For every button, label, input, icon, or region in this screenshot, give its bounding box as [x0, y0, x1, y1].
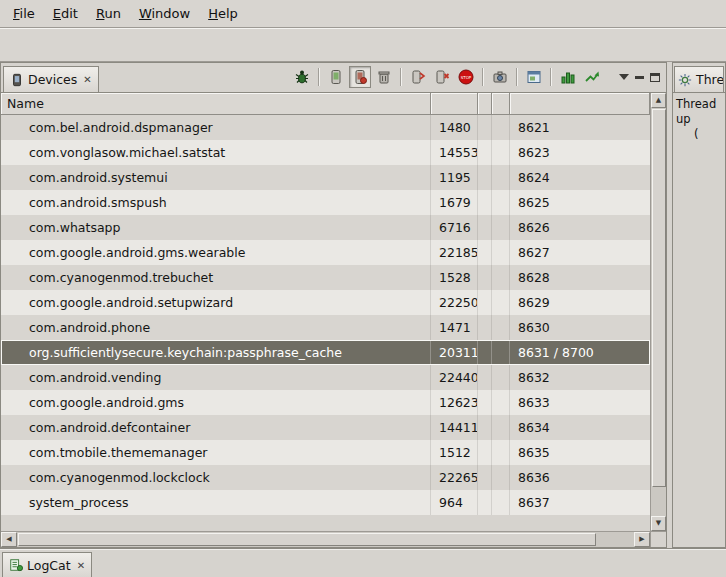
- process-pid: 22265: [431, 465, 478, 490]
- process-pid: 1679: [431, 190, 478, 215]
- menu-item-window[interactable]: Window: [130, 2, 199, 25]
- process-port: 8625: [510, 190, 650, 215]
- table-row[interactable]: system_process 964 8637: [1, 490, 650, 515]
- process-port: 8628: [510, 265, 650, 290]
- table-row-selected[interactable]: org.sufficientlysecure.keychain:passphra…: [1, 340, 650, 365]
- table-row[interactable]: com.android.smspush 1679 8625: [1, 190, 650, 215]
- method-profiling-icon[interactable]: [557, 66, 579, 88]
- table-row[interactable]: com.android.systemui 1195 8624: [1, 165, 650, 190]
- device-view-icon[interactable]: [523, 66, 545, 88]
- process-pid: 22185: [431, 240, 478, 265]
- process-port: 8621: [510, 115, 650, 140]
- process-pid: 1512: [431, 440, 478, 465]
- vertical-scrollbar[interactable]: ▲ ▼: [650, 93, 666, 531]
- maximize-icon[interactable]: [650, 73, 660, 82]
- process-port: 8627: [510, 240, 650, 265]
- process-name: com.android.defcontainer: [1, 415, 431, 440]
- table-row[interactable]: com.cyanogenmod.lockclock 22265 8636: [1, 465, 650, 490]
- process-name: com.google.android.setupwizard: [1, 290, 431, 315]
- tab-logcat-label: LogCat: [27, 558, 71, 573]
- tab-logcat[interactable]: LogCat ✕: [2, 552, 92, 577]
- table-row[interactable]: com.vonglasow.michael.satstat 14553 8623: [1, 140, 650, 165]
- process-pid: 1471: [431, 315, 478, 340]
- threads-icon: [678, 73, 692, 87]
- threads-panel: Threads Thread up (: [672, 62, 726, 548]
- column-header-3: [478, 93, 492, 115]
- cell-spacer: [478, 390, 492, 415]
- menu-item-help[interactable]: Help: [199, 2, 247, 25]
- scroll-right-icon[interactable]: ▶: [634, 532, 650, 547]
- scroll-left-icon[interactable]: ◀: [1, 532, 17, 547]
- debug-icon[interactable]: [291, 66, 313, 88]
- column-header-name[interactable]: Name: [1, 93, 431, 115]
- scroll-up-icon[interactable]: ▲: [651, 93, 666, 108]
- process-pid: 1528: [431, 265, 478, 290]
- table-row[interactable]: com.cyanogenmod.trebuchet 1528 8628: [1, 265, 650, 290]
- table-row[interactable]: com.bel.android.dspmanager 1480 8621: [1, 115, 650, 140]
- cell-spacer: [478, 290, 492, 315]
- table-row[interactable]: com.whatsapp 6716 8626: [1, 215, 650, 240]
- process-name: system_process: [1, 490, 431, 515]
- start-profiling-icon[interactable]: [581, 66, 603, 88]
- cell-spacer: [492, 365, 510, 390]
- tab-threads[interactable]: Threads: [674, 66, 724, 92]
- stop-process-icon[interactable]: STOP: [455, 66, 477, 88]
- dump-hprof-icon[interactable]: [349, 66, 371, 88]
- scroll-track[interactable]: [17, 532, 634, 547]
- table-body: com.bel.android.dspmanager 1480 8621 com…: [1, 115, 650, 531]
- cell-spacer: [492, 315, 510, 340]
- cell-spacer: [478, 490, 492, 515]
- minimize-icon[interactable]: [635, 76, 644, 79]
- toolbar-separator: [550, 68, 552, 86]
- process-name: com.vonglasow.michael.satstat: [1, 140, 431, 165]
- thread-updates-icon[interactable]: [431, 66, 453, 88]
- screen-capture-icon[interactable]: [489, 66, 511, 88]
- devices-tabbar: Devices ✕: [1, 63, 666, 93]
- table-row[interactable]: com.tmobile.thememanager 1512 8635: [1, 440, 650, 465]
- device-icon: [10, 73, 24, 87]
- cell-spacer: [492, 490, 510, 515]
- toolbar-separator: [400, 68, 402, 86]
- cell-spacer: [478, 215, 492, 240]
- table-row[interactable]: com.google.android.gms 12623 8633: [1, 390, 650, 415]
- table-row[interactable]: com.android.vending 22440 8632: [1, 365, 650, 390]
- vertical-scroll-thumb[interactable]: [652, 109, 666, 487]
- menu-item-run[interactable]: Run: [87, 2, 130, 25]
- toolbar-separator: [318, 68, 320, 86]
- update-heap-icon[interactable]: [325, 66, 347, 88]
- close-icon[interactable]: ✕: [77, 560, 85, 571]
- horizontal-scroll-thumb[interactable]: [18, 533, 596, 546]
- menu-label: File: [13, 6, 35, 21]
- cell-spacer: [492, 140, 510, 165]
- process-name: com.android.systemui: [1, 165, 431, 190]
- table-row[interactable]: com.android.defcontainer 14411 8634: [1, 415, 650, 440]
- menu-label: Help: [208, 6, 238, 21]
- table-row[interactable]: com.android.phone 1471 8630: [1, 315, 650, 340]
- scroll-track[interactable]: [651, 487, 666, 516]
- cell-spacer: [492, 190, 510, 215]
- process-name: com.bel.android.dspmanager: [1, 115, 431, 140]
- scrollbar-corner: [650, 531, 666, 547]
- menu-item-edit[interactable]: Edit: [44, 2, 87, 25]
- tab-devices[interactable]: Devices ✕: [3, 66, 99, 92]
- table-row[interactable]: com.google.android.gms.wearable 22185 86…: [1, 240, 650, 265]
- process-pid: 12623: [431, 390, 478, 415]
- process-port: 8636: [510, 465, 650, 490]
- devices-table: Name com.bel.android.dspmanager 1480 862…: [1, 93, 666, 547]
- close-icon[interactable]: ✕: [83, 74, 91, 85]
- process-name: com.android.smspush: [1, 190, 431, 215]
- process-name: com.android.vending: [1, 365, 431, 390]
- view-menu-icon[interactable]: [619, 74, 629, 80]
- horizontal-scrollbar[interactable]: ◀ ▶: [1, 531, 650, 547]
- main-area: Devices ✕: [0, 62, 726, 548]
- column-header-pid: [431, 93, 478, 115]
- menu-item-file[interactable]: File: [4, 2, 44, 25]
- cause-gc-icon[interactable]: [373, 66, 395, 88]
- table-row[interactable]: com.google.android.setupwizard 22250 862…: [1, 290, 650, 315]
- cell-spacer: [478, 115, 492, 140]
- cell-spacer: [492, 415, 510, 440]
- update-threads-icon[interactable]: [407, 66, 429, 88]
- process-pid: 20311: [431, 340, 478, 365]
- table-header: Name: [1, 93, 650, 115]
- scroll-down-icon[interactable]: ▼: [651, 516, 666, 531]
